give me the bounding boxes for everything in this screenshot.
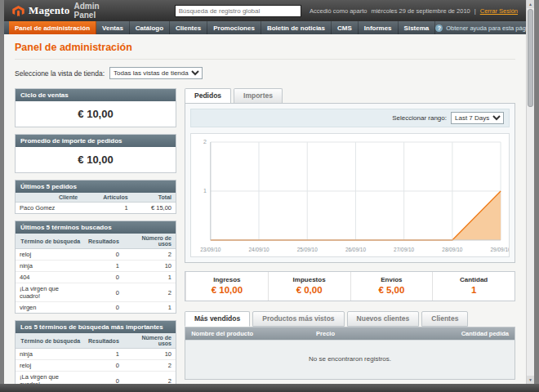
totals-row: Ingresos € 10,00 Impuestos € 0,00 Envíos (185, 271, 515, 301)
store-view-select[interactable]: Todas las vistas de tienda (109, 67, 203, 79)
order-row[interactable]: Paco Gomez 1 € 15,00 (16, 203, 176, 214)
column-header: Nombre del producto (185, 327, 259, 340)
logged-in-text: Accedió como aparto (310, 7, 367, 15)
global-search-input[interactable] (175, 5, 301, 17)
stat-label: Cantidad (433, 276, 514, 283)
nav-item[interactable]: Ventas (96, 21, 130, 34)
nav-item[interactable]: Sistema (399, 21, 436, 34)
lifetime-sales-card: Ciclo de ventas € 10,00 (15, 88, 176, 127)
store-view-label: Seleccione la vista de tienda: (15, 69, 105, 78)
page-title: Panel de administración (15, 42, 515, 60)
nav-item[interactable]: Catálogo (130, 21, 170, 34)
dashboard-sidebar: Ciclo de ventas € 10,00 Promedio de impo… (15, 88, 176, 384)
svg-text:23/09/10: 23/09/10 (200, 247, 220, 252)
magento-logo[interactable]: Magento Admin Panel (12, 2, 122, 20)
nav-item[interactable]: Boletín de noticias (261, 21, 332, 34)
nav-item[interactable]: Informes (359, 21, 399, 34)
admin-header: Magento Admin Panel Accedió como aparto … (4, 0, 526, 21)
column-header: Artículos (82, 193, 131, 203)
scroll-thumb[interactable] (528, 9, 533, 107)
search-uses: 2 (123, 283, 176, 302)
last-search-terms-title: Últimos 5 términos buscados (16, 221, 176, 234)
average-orders-title: Promedio de importe de pedidos (16, 135, 176, 147)
products-grid: Nombre del productoPrecioCantidad pedida… (185, 327, 515, 380)
search-uses: 2 (123, 249, 176, 261)
range-selector-row: Seleccionar rango: Last 7 Days (190, 109, 510, 127)
svg-text:2: 2 (203, 139, 207, 145)
column-header: Resultados (84, 333, 123, 349)
stat-value: € 5,00 (351, 285, 433, 295)
search-results: 0 (84, 302, 123, 314)
average-orders-card: Promedio de importe de pedidos € 10,00 (15, 134, 176, 173)
nav-item[interactable]: Promociones (207, 21, 261, 34)
browser-viewport: Magento Admin Panel Accedió como aparto … (4, 0, 534, 384)
chart-tab[interactable]: Importes (234, 88, 283, 103)
search-results: 0 (84, 360, 123, 372)
search-term-row[interactable]: 404 0 1 (16, 272, 176, 283)
main-nav: Panel de administración Ventas Catálogo … (4, 21, 526, 34)
search-uses: 10 (123, 261, 176, 272)
top-search-terms-card: Los 5 términos de búsqueda más important… (15, 320, 176, 384)
nav-item[interactable]: Panel de administración (9, 21, 96, 34)
lifetime-sales-value: € 10,00 (16, 101, 176, 127)
nav-items: Panel de administración Ventas Catálogo … (9, 21, 435, 34)
scroll-down-arrow[interactable]: ▼ (527, 376, 534, 384)
search-results: 1 (84, 261, 123, 272)
page-help-link[interactable]: ? Obtener ayuda para esta página (435, 21, 526, 34)
search-term-row[interactable]: reloj 0 2 (16, 249, 176, 261)
scroll-up-arrow[interactable]: ▲ (527, 0, 534, 8)
search-term: ¡La virgen que cuadro! (16, 283, 84, 302)
grid-tab[interactable]: Más vendidos (185, 311, 250, 327)
search-term-row[interactable]: ninja 1 10 (16, 261, 176, 272)
window-footer (0, 384, 539, 392)
last-search-terms-card: Últimos 5 términos buscados Término de b… (15, 220, 176, 314)
search-term: 404 (16, 272, 84, 283)
top-search-terms-table: Término de búsquedaResultadosNúmero de u… (16, 333, 176, 384)
search-term-row[interactable]: virgen 0 1 (16, 302, 176, 314)
search-term: reloj (16, 249, 84, 261)
search-term-row[interactable]: ¡La virgen que cuadro! 0 2 (16, 372, 176, 385)
column-header: Cantidad pedida (341, 327, 514, 340)
search-term: ninja (16, 261, 84, 272)
chart-tab[interactable]: Pedidos (185, 88, 231, 103)
svg-text:1: 1 (203, 188, 207, 194)
search-uses: 1 (123, 272, 176, 283)
search-term: reloj (16, 360, 84, 372)
stat-value: € 0,00 (269, 285, 350, 295)
orders-chart: 1223/09/1024/09/1025/09/1026/09/1027/09/… (191, 134, 509, 256)
column-header: Término de búsqueda (16, 333, 84, 349)
grid-tab[interactable]: Nuevos clientes (347, 311, 420, 327)
logo-brand-text: Magento (29, 4, 70, 17)
search-term: ¡La virgen que cuadro! (16, 372, 84, 385)
average-orders-value: € 10,00 (16, 147, 176, 172)
search-term-row[interactable]: ninja 1 10 (16, 349, 176, 360)
grid-tab[interactable]: Clientes (421, 311, 468, 327)
last-orders-table: ClienteArtículosTotal Paco Gomez 1 € 15,… (16, 193, 176, 213)
top-search-terms-title: Los 5 términos de búsqueda más important… (16, 321, 176, 333)
products-table: Nombre del productoPrecioCantidad pedida (185, 327, 514, 340)
stat-label: Envíos (351, 276, 433, 283)
range-select[interactable]: Last 7 Days (451, 112, 504, 124)
stat-cell: Impuestos € 0,00 (268, 272, 350, 301)
chart-panel: Seleccionar rango: Last 7 Days 1223/09/1… (185, 103, 515, 263)
range-label: Seleccionar rango: (392, 114, 447, 122)
last-orders-card: Últimos 5 pedidos ClienteArtículosTotal … (15, 180, 176, 214)
search-term-row[interactable]: reloj 0 2 (16, 360, 176, 372)
search-term: virgen (16, 302, 84, 314)
search-term-row[interactable]: ¡La virgen que cuadro! 0 2 (16, 283, 176, 302)
column-header: Número de usos (123, 234, 176, 249)
stat-cell: Cantidad 1 (432, 272, 514, 301)
nav-item[interactable]: CMS (332, 21, 359, 34)
logout-link[interactable]: Cerrar Sesión (480, 7, 518, 15)
date-text: miércoles 29 de septiembre de 2010 (371, 7, 470, 15)
dashboard-main: PedidosImportes Seleccionar rango: Last … (185, 88, 515, 380)
vertical-scrollbar[interactable]: ▲ ▼ (526, 0, 534, 384)
column-header: Número de usos (123, 333, 176, 349)
order-total: € 15,00 (132, 203, 176, 214)
logo-suffix-text: Admin Panel (74, 2, 122, 20)
column-header: Precio (259, 327, 341, 340)
grid-tab[interactable]: Productos más vistos (252, 311, 344, 327)
svg-text:25/09/10: 25/09/10 (297, 247, 318, 252)
help-label: Obtener ayuda para esta página (446, 24, 526, 32)
nav-item[interactable]: Clientes (170, 21, 207, 34)
